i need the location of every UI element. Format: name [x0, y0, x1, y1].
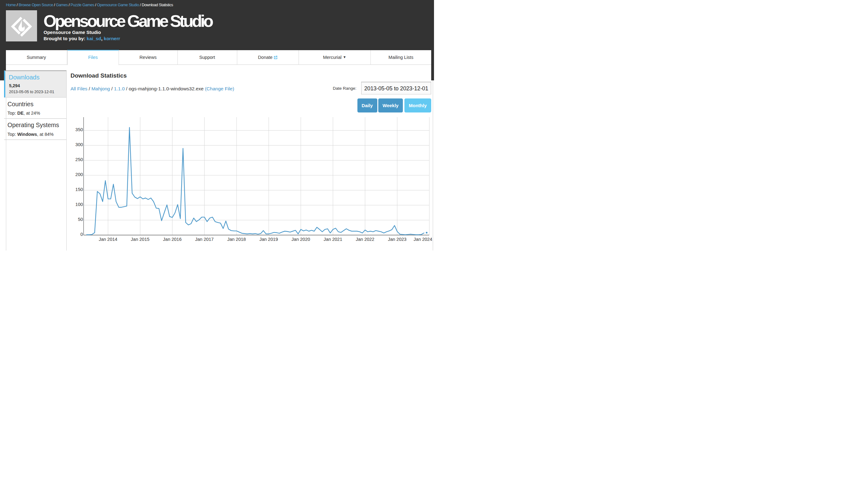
svg-text:Jan 2019: Jan 2019 — [259, 237, 278, 242]
svg-text:Jan 2018: Jan 2018 — [227, 237, 246, 242]
svg-text:250: 250 — [75, 157, 83, 162]
svg-text:Jan 2014: Jan 2014 — [99, 237, 117, 242]
svg-text:300: 300 — [75, 142, 83, 147]
svg-text:50: 50 — [78, 217, 83, 222]
svg-text:Jan 2022: Jan 2022 — [356, 237, 375, 242]
svg-text:0: 0 — [80, 232, 83, 237]
svg-text:Jan 2015: Jan 2015 — [131, 237, 150, 242]
svg-text:Jan 2023: Jan 2023 — [388, 237, 407, 242]
svg-text:150: 150 — [75, 187, 83, 192]
svg-text:350: 350 — [75, 127, 83, 132]
svg-text:Jan 2024: Jan 2024 — [414, 237, 432, 242]
svg-text:Jan 2017: Jan 2017 — [195, 237, 214, 242]
svg-text:Jan 2020: Jan 2020 — [292, 237, 310, 242]
svg-text:Jan 2016: Jan 2016 — [163, 237, 182, 242]
svg-text:100: 100 — [75, 202, 83, 207]
svg-text:200: 200 — [75, 172, 83, 177]
svg-text:Jan 2021: Jan 2021 — [324, 237, 342, 242]
